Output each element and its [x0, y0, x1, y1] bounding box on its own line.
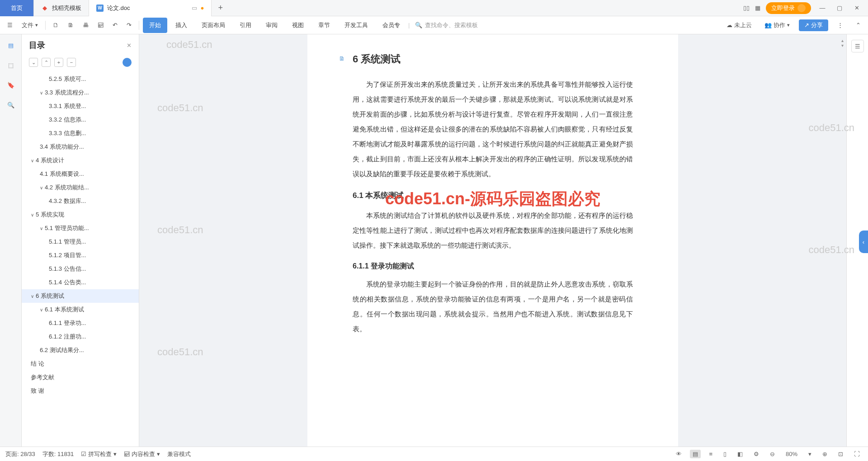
fit-icon[interactable]: ⊡: [835, 450, 846, 458]
outline-item[interactable]: 5.1.3 公告信...: [22, 262, 139, 276]
menu-start[interactable]: 开始: [143, 18, 167, 33]
redo-icon[interactable]: ↷: [123, 19, 135, 31]
collapse-all-icon[interactable]: ⌄: [29, 58, 38, 67]
titlebar: 首页 ◆ 找稻壳模板 W 论文.doc ▭ ● + ▯▯ ▦ 立即登录 — ▢ …: [0, 0, 868, 16]
outline-item[interactable]: ∨6.1 本系统测试: [22, 303, 139, 316]
zoom-in[interactable]: ⊕: [820, 450, 830, 458]
menu-icon[interactable]: ☰: [4, 19, 16, 31]
save-as-icon[interactable]: 🗎: [64, 19, 77, 31]
collapse-icon[interactable]: ⌃: [852, 19, 864, 31]
menu-review[interactable]: 审阅: [259, 18, 284, 33]
eye-icon[interactable]: 👁: [673, 450, 684, 458]
save-icon[interactable]: 🗋: [49, 19, 62, 31]
view-outline-icon[interactable]: ≡: [706, 450, 715, 458]
apps-icon[interactable]: ▦: [755, 5, 760, 11]
zoom-dropdown[interactable]: ▾: [806, 450, 814, 458]
settings-icon[interactable]: ⚙: [751, 450, 762, 458]
outline-item[interactable]: ∨4 系统设计: [22, 154, 139, 167]
outline-item-label: 3.4 系统功能分...: [40, 143, 84, 151]
outline-item-label: 3.3.3 信息删...: [49, 129, 86, 137]
chevron-down-icon: ∨: [40, 185, 43, 190]
word-count[interactable]: 字数: 11831: [42, 450, 74, 458]
spell-check[interactable]: ☑ 拼写检查 ▾: [81, 450, 117, 458]
outline-item[interactable]: 6.1.1 登录功...: [22, 316, 139, 330]
menu-view[interactable]: 视图: [286, 18, 310, 33]
cloud-button[interactable]: ☁ 未上云: [723, 19, 755, 32]
file-menu[interactable]: 文件 ▾: [18, 19, 42, 32]
outline-item[interactable]: 3.3.2 信息添...: [22, 113, 139, 127]
outline-item[interactable]: 致 谢: [22, 384, 139, 398]
outline-item[interactable]: ∨6 系统测试: [22, 289, 139, 303]
tab-new[interactable]: +: [212, 0, 229, 16]
close-button[interactable]: ✕: [851, 5, 863, 11]
outline-item[interactable]: ∨4.2 系统功能结...: [22, 181, 139, 194]
tab-template[interactable]: ◆ 找稻壳模板: [34, 0, 89, 16]
outline-item[interactable]: 3.3.1 系统登...: [22, 99, 139, 113]
collab-button[interactable]: 👥 协作 ▾: [761, 19, 793, 32]
tab-document[interactable]: W 论文.doc ▭ ●: [89, 0, 212, 16]
preview-icon[interactable]: 🗟: [94, 19, 107, 31]
menu-chapter[interactable]: 章节: [312, 18, 336, 33]
login-button[interactable]: 立即登录: [766, 2, 811, 14]
menu-layout[interactable]: 页面布局: [195, 18, 231, 33]
outline-close[interactable]: ✕: [127, 42, 132, 49]
compat-mode[interactable]: 兼容模式: [167, 450, 191, 458]
view-web-icon[interactable]: ▯: [721, 450, 729, 458]
outline-item[interactable]: 参考文献: [22, 371, 139, 384]
sync-badge[interactable]: [123, 58, 132, 67]
outline-item-label: 3.3 系统流程分...: [45, 89, 89, 97]
menu-devtools[interactable]: 开发工具: [338, 18, 374, 33]
outline-item[interactable]: 5.1.4 公告类...: [22, 276, 139, 289]
chevron-down-icon: ∨: [40, 226, 43, 231]
find-icon[interactable]: 🔍: [5, 99, 16, 110]
menu-reference[interactable]: 引用: [233, 18, 258, 33]
outline-item[interactable]: 结 论: [22, 357, 139, 371]
outline-item[interactable]: 3.4 系统功能分...: [22, 140, 139, 154]
monitor-icon[interactable]: ▭: [192, 5, 197, 11]
content-check[interactable]: 🗟 内容检查 ▾: [124, 450, 160, 458]
statusbar: 页面: 28/33 字数: 11831 ☑ 拼写检查 ▾ 🗟 内容检查 ▾ 兼容…: [0, 447, 868, 461]
outline-item[interactable]: ∨5.1 管理员功能...: [22, 221, 139, 235]
maximize-button[interactable]: ▢: [834, 5, 845, 11]
outline-item[interactable]: 6.2 测试结果分...: [22, 343, 139, 357]
zoom-out[interactable]: ⊖: [767, 450, 778, 458]
more-icon[interactable]: ⋮: [834, 19, 847, 31]
scroll-indicator[interactable]: ▴▾: [840, 38, 844, 48]
outline-item[interactable]: ∨3.3 系统流程分...: [22, 86, 139, 99]
share-button[interactable]: ↗分享: [799, 19, 828, 31]
outline-item[interactable]: 4.1 系统概要设...: [22, 167, 139, 181]
zoom-level[interactable]: 80%: [783, 450, 800, 458]
menu-insert[interactable]: 插入: [169, 18, 193, 33]
outline-item-label: 5.1.3 公告信...: [49, 265, 86, 273]
undo-icon[interactable]: ↶: [109, 19, 121, 31]
paragraph: 系统的登录功能主要起到一个验证身份的作用，目的就是防止外人恶意攻击系统，窃取系统…: [353, 277, 633, 336]
outline-title: 目录: [29, 40, 45, 51]
outline-item[interactable]: 5.1.2 项目管...: [22, 249, 139, 262]
outline-item-label: 参考文献: [31, 373, 54, 381]
outline-item[interactable]: 5.1.1 管理员...: [22, 235, 139, 249]
outline-item[interactable]: 3.3.3 信息删...: [22, 127, 139, 140]
view-read-icon[interactable]: ◧: [735, 450, 745, 458]
expand-all-icon[interactable]: ⌃: [42, 58, 51, 67]
toggle-panel-icon[interactable]: ☰: [851, 40, 864, 52]
outline-item[interactable]: 6.1.2 注册功...: [22, 330, 139, 343]
outline-item[interactable]: 5.2.5 系统可...: [22, 72, 139, 86]
view-page-icon[interactable]: ▤: [690, 450, 701, 458]
add-icon[interactable]: +: [54, 58, 63, 67]
outline-item[interactable]: ∨5 系统实现: [22, 208, 139, 221]
outline-item[interactable]: 4.3.2 数据库...: [22, 194, 139, 208]
print-icon[interactable]: 🖶: [79, 19, 92, 31]
pin-icon[interactable]: ⬚: [5, 60, 16, 71]
remove-icon[interactable]: −: [67, 58, 76, 67]
layout-icon[interactable]: ▯▯: [743, 5, 750, 11]
document-page[interactable]: 🗎 6 系统测试 为了保证所开发出来的系统质量过关，让所开发出来的系统具备可靠性…: [307, 34, 678, 447]
page-indicator[interactable]: 页面: 28/33: [5, 450, 35, 458]
menu-member[interactable]: 会员专: [376, 18, 406, 33]
minimize-button[interactable]: —: [816, 5, 828, 11]
tab-home[interactable]: 首页: [0, 0, 34, 16]
fullscreen-icon[interactable]: ⛶: [851, 450, 863, 458]
outline-icon[interactable]: ▤: [5, 40, 16, 51]
bookmark-icon[interactable]: 🔖: [5, 80, 16, 90]
search-box[interactable]: 🔍 查找命令、搜索模板: [411, 21, 481, 29]
expand-handle[interactable]: ‹: [859, 230, 868, 253]
